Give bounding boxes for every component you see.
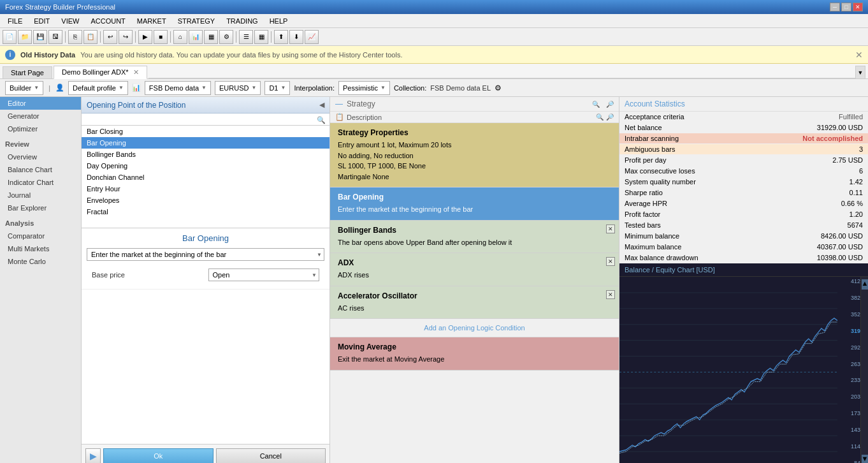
stats-value-max-balance: 40367.00 USD [755,242,868,253]
tab-dropdown-button[interactable]: ▼ [855,66,865,78]
builder-dropdown[interactable]: Builder ▼ [5,81,43,95]
undo-button[interactable]: ↩ [103,30,117,44]
pair-dropdown[interactable]: EURUSD ▼ [215,81,261,95]
list-item-envelopes[interactable]: Envelopes [82,195,329,206]
indicator-search-input[interactable] [82,114,329,126]
chart-header: Balance / Equity Chart [USD] [619,263,868,277]
sidebar-item-optimizer[interactable]: Optimizer [0,122,81,135]
menu-file[interactable]: FILE [3,16,27,26]
sidebar-item-overview[interactable]: Overview [0,151,81,163]
chart-scrollbar[interactable]: ▲ ▼ [860,277,868,463]
stats-row-drawdown: Max balance drawdown 10398.00 USD [619,253,868,263]
chart-scroll-down[interactable]: ▼ [862,455,868,463]
home-button[interactable]: ⌂ [173,30,187,44]
new-button[interactable]: 📄 [3,30,17,44]
stats-row-acceptance: Acceptance criteria Fulfilled [619,112,868,122]
stop-button[interactable]: ■ [154,30,168,44]
search-icon[interactable]: 🔍 [317,116,326,124]
bollinger-close-button[interactable]: ✕ [606,224,615,233]
stats-row-intrabar: Intrabar scanning Not accomplished [619,133,868,144]
menu-edit[interactable]: EDIT [29,16,55,26]
list-item-day-opening[interactable]: Day Opening [82,160,329,172]
menu-help[interactable]: HELP [264,16,293,26]
collection-label: Collection: [394,84,426,92]
sidebar-item-bar-explorer[interactable]: Bar Explorer [0,202,81,214]
sidebar-item-journal[interactable]: Journal [0,189,81,202]
chart-scroll-up[interactable]: ▲ [862,279,868,290]
gear-button[interactable]: ⚙ [219,30,233,44]
paste-button[interactable]: 📋 [83,30,98,44]
sidebar-item-generator[interactable]: Generator [0,110,81,122]
list-item-bar-closing[interactable]: Bar Closing [82,126,329,137]
stats-label-net-balance: Net balance [619,122,755,133]
sidebar-item-indicator-chart[interactable]: Indicator Chart [0,176,81,189]
copy-button[interactable]: ⎘ [68,30,82,44]
menu-view[interactable]: VIEW [56,16,84,26]
panel-collapse-button[interactable]: ◀ [319,101,324,109]
window-controls: ─ □ ✕ [830,3,863,11]
interpolation-dropdown[interactable]: Pessimistic ▼ [338,81,390,95]
base-price-label: Base price [92,271,203,279]
indicator-list-container: 🔍 Bar Closing Bar Opening Bollinger Band… [82,114,329,228]
moving-avg-title: Moving Average [338,342,611,351]
stats-row-profit-per-day: Profit per day 2.75 USD [619,155,868,166]
stats-row-profit-factor: Profit factor 1.20 [619,209,868,220]
menu-account[interactable]: ACCOUNT [85,16,130,26]
import-button[interactable]: ⬇ [289,30,303,44]
strategy-card-bar-opening[interactable]: Bar Opening Enter the market at the begi… [330,187,619,221]
zoom-out-icon[interactable]: 🔍 [592,101,600,108]
desc-zoom-out-icon[interactable]: 🔍 [596,114,604,121]
close-button[interactable]: ✕ [853,3,863,11]
sidebar-item-balance-chart[interactable]: Balance Chart [0,163,81,176]
sidebar-item-editor[interactable]: Editor [0,97,81,110]
menu-market[interactable]: MARKET [132,16,171,26]
grid-button[interactable]: ▦ [254,30,268,44]
data-dropdown[interactable]: FSB Demo data ▼ [145,81,211,95]
menu-strategy[interactable]: STRATEGY [173,16,220,26]
save-button[interactable]: 💾 [33,30,47,44]
stats-button[interactable]: 📈 [305,30,319,44]
menu-trading[interactable]: TRADING [221,16,263,26]
sidebar-item-multi-markets[interactable]: Multi Markets [0,242,81,255]
open-button[interactable]: 📁 [18,30,32,44]
list-button[interactable]: ☰ [239,30,253,44]
tab-demo-bollinger[interactable]: Demo Bollinger ADX* ✕ [54,66,147,79]
maximize-button[interactable]: □ [841,3,851,11]
base-price-dropdown-wrapper: Open [208,268,320,281]
toolbar: 📄 📁 💾 🖫 ⎘ 📋 ↩ ↪ ▶ ■ ⌂ 📊 ▦ ⚙ ☰ ▦ ⬆ ⬇ 📈 [0,28,868,46]
redo-button[interactable]: ↪ [119,30,133,44]
profile-dropdown[interactable]: Default profile ▼ [68,81,128,95]
export-button[interactable]: ⬆ [274,30,288,44]
list-item-donchian-channel[interactable]: Donchian Channel [82,172,329,183]
info-close-button[interactable]: ✕ [855,50,863,60]
tab-close-icon[interactable]: ✕ [133,68,139,76]
adx-close-button[interactable]: ✕ [606,257,615,266]
stats-value-tested-bars: 5674 [755,220,868,231]
base-price-dropdown[interactable]: Open [208,268,320,281]
stats-label-drawdown: Max balance drawdown [619,253,755,263]
tab-start-page[interactable]: Start Page [3,66,52,78]
play-button[interactable]: ▶ [138,30,152,44]
signal-dropdown[interactable]: Enter the market at the beginning of the… [87,248,324,261]
bar-button[interactable]: ▦ [204,30,218,44]
desc-zoom-in-icon[interactable]: 🔎 [606,114,614,121]
stats-row-ambiguous: Ambiguous bars 3 [619,144,868,155]
add-condition-button[interactable]: Add an Opening Logic Condition [330,319,619,337]
minimize-button[interactable]: ─ [830,3,840,11]
list-item-entry-hour[interactable]: Entry Hour [82,183,329,195]
save-as-button[interactable]: 🖫 [48,30,62,44]
cancel-button[interactable]: Cancel [216,448,326,463]
center-panel: Opening Point of the Position ◀ 🔍 Bar Cl… [82,97,330,463]
sidebar-item-monte-carlo[interactable]: Monte Carlo [0,255,81,268]
ok-button[interactable]: Ok [103,448,213,463]
zoom-in-icon[interactable]: 🔎 [606,101,614,108]
list-item-bar-opening[interactable]: Bar Opening [82,137,329,149]
list-item-bollinger-bands[interactable]: Bollinger Bands [82,149,329,160]
list-item-fractal[interactable]: Fractal [82,206,329,217]
collection-icon[interactable]: ⚙ [495,84,502,92]
timeframe-dropdown[interactable]: D1 ▼ [264,81,290,95]
description-bar: 📋 Description 🔍 🔎 [330,112,619,123]
chart-button[interactable]: 📊 [189,30,203,44]
sidebar-item-comparator[interactable]: Comparator [0,230,81,242]
accelerator-close-button[interactable]: ✕ [606,290,615,299]
